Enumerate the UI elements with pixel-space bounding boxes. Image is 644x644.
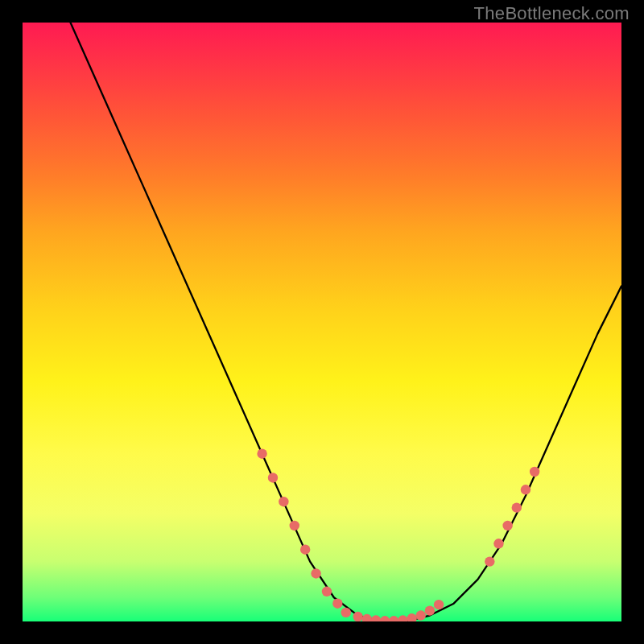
fit-marker [353, 612, 362, 621]
main-curve-line [71, 23, 621, 621]
fit-marker [389, 616, 398, 621]
fit-marker [371, 615, 381, 621]
fit-marker [530, 467, 539, 477]
fit-marker [502, 521, 512, 530]
fit-marker [398, 615, 407, 621]
fit-marker [311, 568, 320, 578]
fit-marker [485, 556, 494, 566]
fit-marker [362, 614, 372, 621]
fit-marker [434, 600, 444, 609]
fit-marker [521, 485, 530, 494]
fit-marker [332, 598, 342, 608]
fit-markers-bottom-group [341, 600, 444, 621]
chart-frame: TheBottleneck.com [0, 0, 644, 644]
fit-marker [425, 605, 435, 615]
fit-marker [279, 497, 288, 506]
fit-marker [322, 587, 332, 597]
fit-marker [493, 539, 503, 548]
plot-area [23, 23, 621, 621]
fit-marker [416, 610, 426, 620]
fit-marker [268, 473, 278, 482]
fit-marker [300, 545, 310, 555]
fit-marker [341, 608, 351, 617]
fit-marker [512, 502, 522, 512]
fit-marker [407, 613, 416, 621]
fit-marker [290, 521, 299, 530]
fit-marker [380, 616, 390, 621]
fit-marker [257, 448, 266, 458]
watermark-text: TheBottleneck.com [474, 3, 630, 24]
curve-svg [23, 23, 621, 621]
